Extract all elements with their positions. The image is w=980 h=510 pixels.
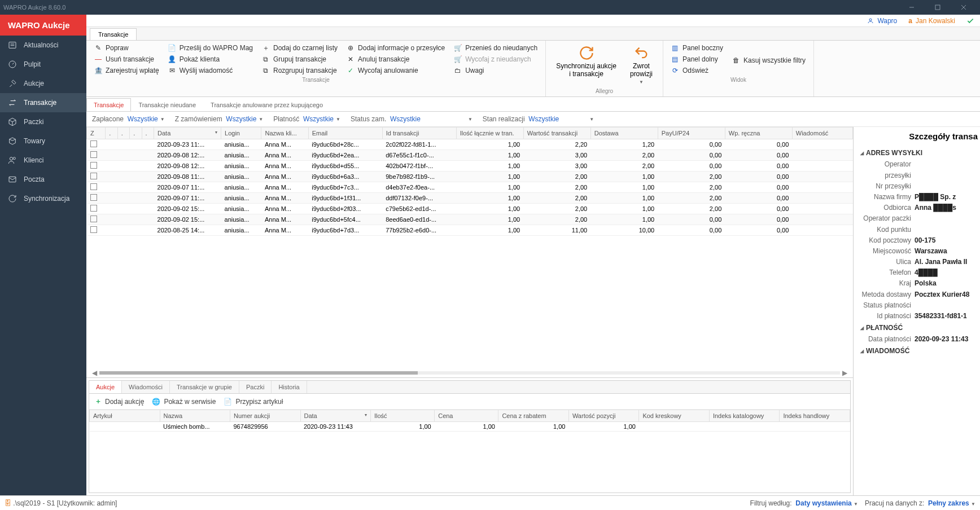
bottom-assign-article[interactable]: 📄Przypisz artykuł [224,398,283,406]
ribbon-add-shipping-info[interactable]: ⊕Dodaj informacje o przesyłce [343,43,448,53]
bottom-tab-1[interactable]: Wiadomości [122,381,170,393]
sidebar-item-auctions[interactable]: Aukcje [0,74,86,93]
row-checkbox[interactable] [90,173,97,179]
table-row[interactable]: 2020-09-02 15:...aniusia...Anna M...i9yd… [87,214,853,225]
column-header[interactable]: Nazwa [160,410,230,422]
column-header[interactable]: Data ▾ [154,128,221,139]
sidebar-item-news[interactable]: Aktualności [0,36,86,55]
ribbon-side-panel[interactable]: ▥Panel boczny [668,43,727,53]
table-row[interactable]: 2020-09-23 11:...aniusia...Anna M...i9yd… [87,139,853,150]
filter-order-combo[interactable]: Wszystkie ▼ [226,115,263,123]
allegro-user-chip[interactable]: a Jan Kowalski [908,17,955,25]
bottom-tab-0[interactable]: Aukcje [89,381,122,393]
status-data-combo[interactable]: Pełny zakres ▼ [928,499,975,507]
horizontal-scrollbar[interactable]: ◀ ▶ [86,368,853,377]
column-header[interactable]: Numer aukcji [230,410,301,422]
sub-tab-1[interactable]: Transakcje nieudane [131,98,203,111]
filter-payment-combo[interactable]: Wszystkie ▼ [303,115,340,123]
ribbon-refund-commission[interactable]: Zwrot prowizji ▼ [624,43,658,87]
ribbon-cancel-transactions[interactable]: ✕Anuluj transakcje [343,54,448,64]
ribbon-bottom-panel[interactable]: ▤Panel dolny [668,54,727,64]
ribbon-notes[interactable]: 🗀Uwagi [450,65,541,76]
column-header[interactable]: Nazwa kli... [261,128,308,139]
row-checkbox[interactable] [90,162,97,169]
transactions-grid[interactable]: Z....Data ▾LoginNazwa kli...EmailId tran… [86,127,853,236]
bottom-tab-2[interactable]: Transakcje w grupie [170,381,239,393]
main-tab-transactions[interactable]: Transakcje [90,28,137,40]
column-header[interactable]: Id transakcji [382,128,456,139]
table-row[interactable]: Uśmiech bomb...96748299562020-09-23 11:4… [90,422,850,432]
ribbon-show-client[interactable]: 👤Pokaż klienta [165,54,256,64]
column-header[interactable]: PayU/P24 [658,128,725,139]
column-header[interactable]: Wp. ręczna [725,128,792,139]
column-header[interactable]: Login [221,128,261,139]
row-checkbox[interactable] [90,216,97,222]
row-checkbox[interactable] [90,226,97,233]
sub-tab-0[interactable]: Transakcje [86,98,131,111]
ribbon-undo-cancel[interactable]: ✓Wycofaj anulowanie [343,65,448,76]
ribbon-clear-filters[interactable]: 🗑Kasuj wszystkie filtry [729,55,809,65]
ribbon-register-payment[interactable]: 🏦Zarejestruj wpłatę [91,65,163,76]
column-header[interactable]: Ilość [371,410,435,422]
sidebar-item-packages[interactable]: Paczki [0,112,86,131]
detail-section-payment[interactable]: ◢ PŁATNOŚĆ [860,322,980,334]
minimize-button[interactable] [899,0,925,15]
table-row[interactable]: 2020-09-08 11:...aniusia...Anna M...i9yd… [87,172,853,182]
column-header[interactable]: Wartość transakcji [523,128,590,139]
ribbon-delete-transactions[interactable]: —Usuń transakcje [91,54,163,64]
status-filter-combo[interactable]: Daty wystawienia ▼ [795,499,858,507]
sidebar-item-clients[interactable]: Klienci [0,151,86,170]
filter-status-combo[interactable]: Wszystkie ▼ [390,115,473,123]
ribbon-ungroup[interactable]: ⧉Rozgrupuj transakcje [259,65,341,76]
filter-realization-combo[interactable]: Wszystkie ▼ [528,115,594,123]
detail-section-ship[interactable]: ◢ ADRES WYSYŁKI [860,147,980,159]
column-header[interactable]: Cena z rabatem [498,410,569,422]
bottom-show-service[interactable]: 🌐Pokaż w serwisie [152,398,216,406]
ribbon-edit[interactable]: ✎Popraw [91,43,163,53]
sidebar-item-goods[interactable]: Towary [0,131,86,151]
sidebar-item-dashboard[interactable]: Pulpit [0,55,86,74]
table-row[interactable]: 2020-09-08 12:...aniusia...Anna M...i9yd… [87,150,853,161]
filter-paid-combo[interactable]: Wszystkie ▼ [128,115,165,123]
table-row[interactable]: 2020-09-02 15:...aniusia...Anna M...i9yd… [87,204,853,214]
bottom-tab-4[interactable]: Historia [272,381,307,393]
column-header[interactable]: Wartość pozycji [568,410,639,422]
column-header[interactable]: Cena [435,410,498,422]
table-row[interactable]: 2020-08-25 14:...aniusia...Anna M...i9yd… [87,225,853,236]
column-header[interactable]: Email [308,128,382,139]
sidebar-item-transactions[interactable]: Transakcje [0,93,86,112]
table-row[interactable]: 2020-09-07 11:...aniusia...Anna M...i9yd… [87,182,853,193]
column-header[interactable]: Indeks katalogowy [709,410,780,422]
column-header[interactable]: Dostawa [590,128,658,139]
column-header[interactable]: Artykuł [90,410,160,422]
sub-tab-2[interactable]: Transakcje anulowane przez kupującego [203,98,330,111]
ribbon-sync-auctions[interactable]: Synchronizuj aukcje i transakcje [550,43,622,87]
column-header[interactable]: Wiadomość [792,128,852,139]
scroll-right-icon[interactable]: ▶ [840,369,850,377]
row-checkbox[interactable] [90,205,97,212]
auctions-grid[interactable]: ArtykułNazwaNumer aukcjiData ▾IlośćCenaC… [89,410,850,432]
row-checkbox[interactable] [90,183,97,190]
column-header[interactable]: Indeks handlowy [780,410,850,422]
ribbon-move-failed[interactable]: 🛒Przenieś do nieudanych [450,43,541,53]
detail-section-message[interactable]: ◢ WIADOMOŚĆ [860,345,980,357]
row-checkbox[interactable] [90,140,97,147]
bottom-add-auction[interactable]: ＋Dodaj aukcję [95,397,144,406]
row-checkbox[interactable] [90,194,97,201]
column-header[interactable]: Kod kreskowy [639,410,710,422]
column-header[interactable]: Ilość łącznie w tran. [456,128,523,139]
wapro-user-chip[interactable]: Wapro [867,17,897,25]
column-header[interactable]: . [106,128,117,139]
column-header[interactable]: . [130,128,142,139]
column-header[interactable]: Z [87,128,106,139]
column-header[interactable]: . [117,128,129,139]
table-row[interactable]: 2020-09-07 11:...aniusia...Anna M...i9yd… [87,193,853,204]
ribbon-group[interactable]: ⧉Grupuj transakcje [259,54,341,64]
scroll-left-icon[interactable]: ◀ [90,369,99,377]
close-button[interactable] [951,0,977,15]
column-header[interactable]: . [142,128,154,139]
ribbon-send-mag[interactable]: 📄Prześlij do WAPRO Mag [165,43,256,53]
bottom-tab-3[interactable]: Paczki [239,381,272,393]
row-checkbox[interactable] [90,151,97,158]
sidebar-item-sync[interactable]: Synchronizacja [0,189,86,208]
